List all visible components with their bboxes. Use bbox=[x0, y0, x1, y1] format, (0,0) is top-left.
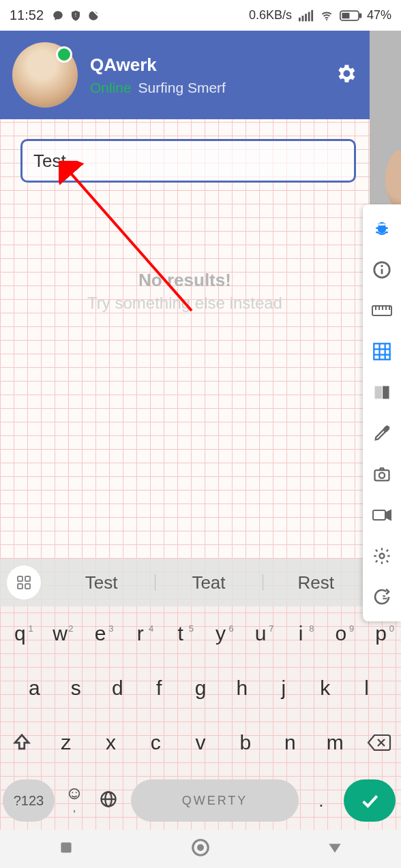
clock: 11:52 bbox=[10, 7, 44, 23]
bug-icon[interactable] bbox=[363, 208, 401, 249]
key-v[interactable]: v bbox=[178, 731, 223, 754]
video-icon[interactable] bbox=[363, 495, 401, 536]
key-m[interactable]: m bbox=[312, 731, 357, 754]
camera-icon[interactable] bbox=[363, 454, 401, 495]
svg-rect-4 bbox=[305, 14, 307, 21]
dim-overlay bbox=[370, 31, 401, 208]
empty-title: No results! bbox=[0, 270, 370, 291]
key-l[interactable]: l bbox=[346, 677, 387, 700]
svg-rect-30 bbox=[18, 576, 23, 581]
key-y[interactable]: y6 bbox=[200, 622, 241, 645]
settings-button[interactable] bbox=[334, 62, 357, 88]
soft-keyboard: q1w2e3r4t5y6u7i8o9p0 asdfghjkl zxcvbnm ?… bbox=[0, 606, 401, 831]
inspector-rail bbox=[363, 204, 401, 621]
chat-header: QAwerk Online Surfing Smerf bbox=[0, 31, 370, 119]
keyboard-apps-icon[interactable] bbox=[7, 565, 41, 600]
svg-point-27 bbox=[379, 473, 385, 478]
ruler-icon[interactable] bbox=[363, 290, 401, 331]
spacebar[interactable]: QWERTY bbox=[131, 779, 299, 822]
svg-point-44 bbox=[197, 844, 204, 851]
online-status: Online bbox=[90, 80, 132, 95]
svg-point-29 bbox=[380, 554, 385, 559]
key-u[interactable]: u7 bbox=[241, 622, 281, 645]
battery-pct: 47% bbox=[367, 8, 391, 22]
period-key[interactable]: . bbox=[304, 790, 338, 811]
net-speed: 0.6KB/s bbox=[249, 8, 292, 22]
key-s[interactable]: s bbox=[55, 677, 97, 700]
suggestion-1[interactable]: Test bbox=[48, 572, 155, 593]
grid-icon[interactable] bbox=[363, 331, 401, 372]
back-button[interactable] bbox=[326, 839, 344, 859]
svg-rect-10 bbox=[342, 12, 349, 18]
key-n[interactable]: n bbox=[268, 731, 313, 754]
svg-rect-6 bbox=[311, 10, 313, 21]
key-k[interactable]: k bbox=[304, 677, 346, 700]
svg-point-14 bbox=[381, 265, 383, 267]
svg-rect-2 bbox=[299, 17, 301, 21]
key-h[interactable]: h bbox=[221, 677, 263, 700]
signal-icon bbox=[299, 10, 314, 22]
key-o[interactable]: o9 bbox=[321, 622, 361, 645]
status-bar: 11:52 0.6KB/s 47% bbox=[0, 0, 401, 31]
eyedropper-icon[interactable] bbox=[363, 413, 401, 454]
peer-avatar-peek bbox=[385, 150, 401, 210]
svg-point-0 bbox=[89, 11, 98, 20]
empty-subtitle: Try something else instead bbox=[0, 294, 370, 313]
split-icon[interactable] bbox=[363, 372, 401, 413]
key-i[interactable]: i8 bbox=[281, 622, 321, 645]
svg-point-37 bbox=[72, 792, 73, 793]
svg-rect-31 bbox=[25, 576, 30, 581]
key-e[interactable]: e3 bbox=[80, 622, 121, 645]
svg-rect-5 bbox=[308, 12, 310, 21]
shield-icon bbox=[70, 10, 82, 22]
svg-rect-28 bbox=[373, 510, 385, 520]
recents-button[interactable] bbox=[57, 839, 75, 859]
suggestion-3[interactable]: Rest bbox=[263, 572, 370, 593]
key-z[interactable]: z bbox=[44, 731, 89, 754]
key-w[interactable]: w2 bbox=[40, 622, 80, 645]
backspace-key[interactable] bbox=[357, 733, 401, 752]
svg-rect-9 bbox=[359, 13, 361, 18]
rotate-icon[interactable] bbox=[363, 576, 401, 617]
shift-key[interactable] bbox=[0, 732, 44, 753]
key-p[interactable]: p0 bbox=[361, 622, 401, 645]
key-r[interactable]: r4 bbox=[120, 622, 160, 645]
emoji-key[interactable]: , bbox=[57, 787, 91, 814]
globe-key[interactable] bbox=[91, 790, 125, 811]
contact-subtitle: Surfing Smerf bbox=[138, 80, 226, 95]
chat-icon bbox=[52, 10, 64, 22]
search-field-wrap bbox=[20, 139, 356, 183]
key-x[interactable]: x bbox=[89, 731, 134, 754]
svg-rect-32 bbox=[18, 584, 23, 589]
key-f[interactable]: f bbox=[138, 677, 180, 700]
svg-rect-33 bbox=[25, 584, 30, 589]
battery-icon bbox=[340, 10, 363, 22]
key-t[interactable]: t5 bbox=[160, 622, 200, 645]
home-button[interactable] bbox=[190, 837, 211, 861]
avatar[interactable] bbox=[12, 42, 78, 108]
dnd-icon bbox=[87, 10, 100, 22]
svg-rect-42 bbox=[61, 842, 72, 852]
key-c[interactable]: c bbox=[133, 731, 178, 754]
svg-point-7 bbox=[326, 18, 327, 20]
gear-icon[interactable] bbox=[363, 536, 401, 576]
svg-rect-26 bbox=[375, 470, 389, 480]
enter-key[interactable] bbox=[344, 779, 396, 822]
key-b[interactable]: b bbox=[223, 731, 268, 754]
svg-point-38 bbox=[76, 792, 77, 793]
contact-name: QAwerk bbox=[90, 55, 226, 76]
search-input[interactable] bbox=[32, 150, 344, 172]
wifi-icon bbox=[319, 10, 334, 22]
key-q[interactable]: q1 bbox=[0, 622, 40, 645]
empty-state: No results! Try something else instead bbox=[0, 270, 370, 313]
key-j[interactable]: j bbox=[263, 677, 304, 700]
key-d[interactable]: d bbox=[97, 677, 138, 700]
key-g[interactable]: g bbox=[180, 677, 222, 700]
info-icon[interactable] bbox=[363, 249, 401, 290]
key-a[interactable]: a bbox=[14, 677, 55, 700]
suggestion-bar: Test Teat Rest bbox=[0, 559, 370, 606]
suggestion-2[interactable]: Teat bbox=[155, 572, 262, 593]
android-nav-bar bbox=[0, 830, 401, 868]
svg-rect-3 bbox=[302, 16, 304, 21]
symbols-key[interactable]: ?123 bbox=[3, 779, 55, 822]
